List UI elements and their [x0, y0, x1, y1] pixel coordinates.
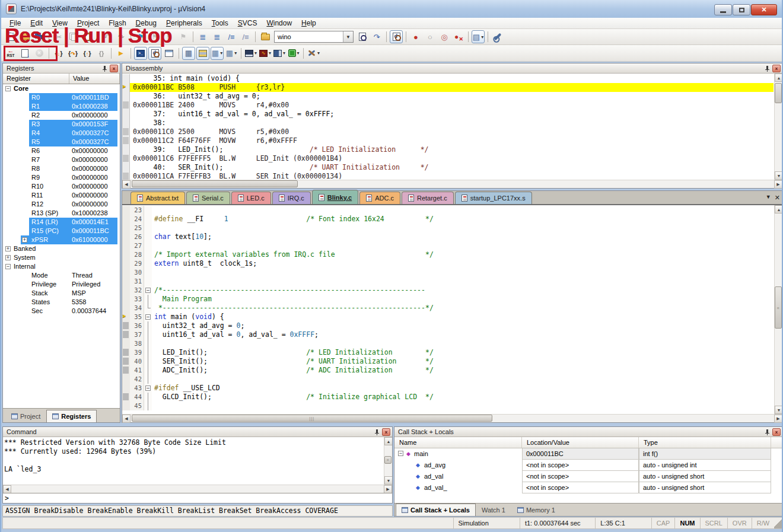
- tree-expand-icon[interactable]: −: [5, 86, 11, 91]
- scroll-right-icon[interactable]: ▶: [774, 415, 782, 423]
- tab-registers[interactable]: Registers: [46, 410, 97, 422]
- start-stop-debug-button[interactable]: [390, 30, 403, 43]
- callstack-row-main[interactable]: −◆main0x000011BCint f(): [394, 448, 782, 460]
- uncomment-button[interactable]: /≡: [239, 30, 252, 43]
- disassembly-vertical-scrollbar[interactable]: ▲ ▼: [774, 74, 782, 180]
- register-row-r10[interactable]: R100x00000000: [3, 182, 120, 191]
- callstack-column-type[interactable]: Type: [639, 437, 771, 448]
- disassembly-window-button[interactable]: [148, 47, 161, 60]
- command-window-button[interactable]: >_: [134, 47, 147, 60]
- find-button[interactable]: [356, 30, 369, 43]
- callstack-table[interactable]: −◆main0x000011BCint f()◆ad_avg<not in sc…: [394, 448, 782, 503]
- fold-collapse-icon[interactable]: −: [145, 288, 151, 293]
- code-line-26[interactable]: 26char text[10];: [122, 232, 774, 241]
- system-viewer-button[interactable]: ▾: [287, 47, 300, 60]
- close-icon[interactable]: x: [772, 428, 781, 436]
- menu-help[interactable]: Help: [297, 18, 321, 28]
- pin-icon[interactable]: [374, 429, 380, 435]
- chevron-down-icon[interactable]: ▾: [220, 50, 222, 56]
- disassembly-line[interactable]: 36: uint32_t ad_avg = 0;: [122, 92, 774, 101]
- register-row-r2[interactable]: R20x00000000: [3, 111, 120, 120]
- pin-icon[interactable]: [765, 429, 770, 435]
- editor-tab-retarget-c[interactable]: Retarget.c: [402, 192, 454, 204]
- chevron-down-icon[interactable]: ▾: [234, 50, 237, 56]
- disassembly-line[interactable]: 35: int main (void) {: [122, 74, 774, 83]
- register-row-r7[interactable]: R70x00000000: [3, 155, 120, 164]
- disassembly-line[interactable]: 40: SER_Init(); /* UART Initialization *…: [122, 163, 774, 172]
- code-line-25[interactable]: 25: [122, 224, 774, 232]
- scroll-down-icon[interactable]: ▼: [775, 406, 782, 414]
- code-line-44[interactable]: 44 GLCD_Init(); /* Initialize graphical …: [122, 393, 774, 402]
- register-row-r12[interactable]: R120x00000000: [3, 200, 120, 209]
- register-row-r0[interactable]: R00x000011BD: [3, 93, 120, 102]
- search-input[interactable]: wino: [275, 33, 343, 40]
- disassembly-line[interactable]: 0x000011C0 2500 MOVS r5,#0x00: [122, 128, 774, 136]
- registers-column-register[interactable]: Register: [3, 74, 69, 84]
- register-row-r8[interactable]: R80x00000000: [3, 164, 120, 173]
- code-line-24[interactable]: 24#define __FI 1 /* Font index 16x24 */: [122, 215, 774, 224]
- scroll-up-icon[interactable]: ▲: [775, 205, 782, 214]
- maximize-button[interactable]: [733, 4, 750, 15]
- close-button[interactable]: ✕: [751, 4, 777, 15]
- code-line-39[interactable]: 39 LED_Init(); /* LED Initialization */: [122, 348, 774, 357]
- step-out-button[interactable]: {↑}: [81, 47, 94, 60]
- register-row-r13-sp-[interactable]: R13 (SP)0x10000238: [3, 209, 120, 218]
- disassembly-view[interactable]: 35: int main (void) {➤0x000011BC B508 PU…: [122, 74, 774, 180]
- tab-memory-1[interactable]: Memory 1: [511, 504, 561, 516]
- disable-breakpoint-button[interactable]: ○: [424, 30, 437, 43]
- register-row-internal[interactable]: −Internal: [3, 262, 120, 271]
- scroll-down-icon[interactable]: ▼: [384, 476, 392, 485]
- tree-expand-icon[interactable]: +: [22, 237, 27, 243]
- editor-tab-abstract-txt[interactable]: Abstract.txt: [130, 192, 185, 204]
- scroll-left-icon[interactable]: ◀: [122, 415, 130, 423]
- tree-expand-icon[interactable]: −: [5, 264, 11, 269]
- register-row-r11[interactable]: R110x00000000: [3, 191, 120, 200]
- chevron-down-icon[interactable]: ▾: [297, 50, 300, 56]
- code-line-41[interactable]: 41 ADC_Init(); /* ADC Initialization */: [122, 366, 774, 375]
- register-row-privilege[interactable]: PrivilegePrivileged: [3, 280, 120, 289]
- insert-breakpoint-button[interactable]: ●: [409, 30, 422, 43]
- scroll-up-icon[interactable]: ▲: [775, 74, 782, 82]
- register-row-mode[interactable]: ModeThread: [3, 271, 120, 280]
- run-to-cursor-button[interactable]: {}: [95, 47, 108, 60]
- registers-tree[interactable]: −CoreR00x000011BDR10x10000238R20x0000000…: [3, 84, 120, 408]
- pin-icon[interactable]: [765, 65, 770, 72]
- code-line-33[interactable]: 33 Main Program: [122, 295, 774, 304]
- menu-svcs[interactable]: SVCS: [233, 18, 262, 28]
- code-line-37[interactable]: 37 uint16_t ad_val = 0, ad_val_ = 0xFFFF…: [122, 330, 774, 339]
- register-row-r15-pc-[interactable]: R15 (PC)0x000011BC: [3, 227, 120, 235]
- code-line-38[interactable]: 38: [122, 339, 774, 348]
- watch-window-button[interactable]: ▦▾: [211, 47, 224, 60]
- register-row-banked[interactable]: +Banked: [3, 244, 120, 253]
- scroll-left-icon[interactable]: ◀: [122, 180, 130, 189]
- register-row-states[interactable]: States5358: [3, 298, 120, 307]
- callstack-row-ad_val_[interactable]: ◆ad_val_<not in scope>auto - unsigned sh…: [394, 482, 782, 493]
- disassembly-line[interactable]: 0x000011C6 F7FEFFF5 BL.W LED_Init (0x000…: [122, 154, 774, 163]
- disassembly-line[interactable]: 0x000011C2 F64F76FF MOVW r6,#0xFFFF: [122, 136, 774, 145]
- register-row-r14-lr-[interactable]: R14 (LR)0x000014E1: [3, 218, 120, 227]
- menu-window[interactable]: Window: [262, 18, 297, 28]
- resize-grip[interactable]: [774, 518, 782, 528]
- code-editor[interactable]: 2324#define __FI 1 /* Font index 16x24 *…: [122, 206, 774, 410]
- tab-call-stack-locals[interactable]: Call Stack + Locals: [396, 504, 476, 516]
- register-row-r6[interactable]: R60x00000000: [3, 146, 120, 155]
- code-line-42[interactable]: 42: [122, 375, 774, 384]
- callstack-row-ad_val[interactable]: ◆ad_val<not in scope>auto - unsigned sho…: [394, 471, 782, 482]
- serial-window-button[interactable]: ▾: [244, 47, 257, 60]
- code-line-30[interactable]: 30: [122, 268, 774, 277]
- callstack-column-name[interactable]: Name: [394, 437, 522, 448]
- code-line-31[interactable]: 31: [122, 277, 774, 286]
- callstack-window-button[interactable]: [196, 47, 209, 60]
- editor-tab-startup-lpc17xx-s[interactable]: startup_LPC17xx.s: [455, 192, 532, 204]
- close-icon[interactable]: x: [110, 65, 118, 72]
- find-combo[interactable]: wino▼: [274, 31, 354, 43]
- menu-tools[interactable]: Tools: [207, 18, 233, 28]
- analysis-window-button[interactable]: ∿▾: [259, 47, 272, 60]
- toolbox-button[interactable]: ▾: [307, 47, 320, 60]
- find-in-files-button[interactable]: [259, 30, 272, 43]
- code-line-45[interactable]: 45: [122, 402, 774, 410]
- fold-collapse-icon[interactable]: −: [145, 386, 151, 391]
- register-row-system[interactable]: +System: [3, 253, 120, 262]
- code-line-36[interactable]: 36 uint32_t ad_avg = 0;: [122, 321, 774, 330]
- indent-button[interactable]: ≣: [211, 30, 224, 43]
